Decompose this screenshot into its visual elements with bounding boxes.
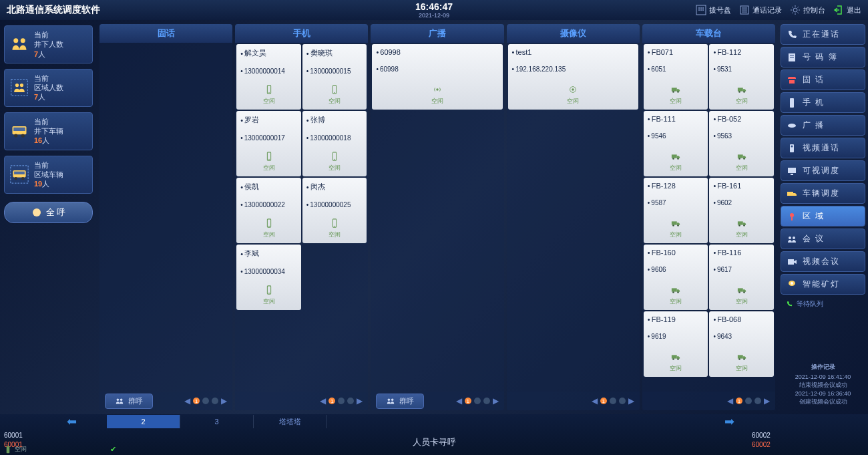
group-call-button[interactable]: 群呼 [376, 394, 424, 409]
pager-prev[interactable]: ◀ [456, 396, 462, 406]
bottom-left-card[interactable]: 60001 60001 空闲 ✔ [0, 429, 120, 455]
contact-card[interactable]: FB-1619602空闲 [709, 178, 774, 243]
stat-underground-people[interactable]: 当前井下人数7人 [4, 25, 93, 63]
contact-card[interactable]: FB-1129531空闲 [709, 44, 774, 110]
contact-card[interactable]: 樊晓琪13000000015空闲 [302, 44, 367, 110]
contact-card[interactable]: 6099860998空闲 [372, 44, 502, 110]
tab-prev-arrow[interactable]: ⬅ [67, 414, 77, 429]
svg-rect-60 [672, 221, 677, 224]
column-header: 固话 [99, 24, 232, 43]
svg-point-19 [14, 134, 17, 138]
contact-card[interactable]: 李斌13000000034空闲 [236, 245, 301, 310]
bottom-tab[interactable]: 3 [180, 415, 254, 428]
svg-point-30 [268, 92, 269, 93]
video-icon [787, 143, 797, 154]
pager-next[interactable]: ▶ [764, 396, 770, 406]
svg-point-16 [20, 84, 23, 87]
menu-phonebook[interactable]: 号 码 簿 [781, 47, 865, 67]
svg-point-5 [700, 9, 702, 11]
pager-dot[interactable] [754, 398, 761, 404]
pager-dot[interactable] [483, 398, 490, 404]
pager-dot[interactable] [338, 398, 345, 404]
svg-rect-63 [738, 221, 743, 224]
svg-rect-85 [788, 168, 796, 173]
pager-dot[interactable] [212, 398, 218, 404]
svg-point-28 [120, 399, 123, 402]
pager-prev[interactable]: ◀ [184, 396, 190, 406]
stat-underground-vehicles[interactable]: 当前井下车辆16人 [4, 112, 93, 150]
pager-prev[interactable]: ◀ [592, 396, 598, 406]
menu-video-dispatch[interactable]: 可视调度 [781, 160, 865, 181]
menu-vehicle-dispatch[interactable]: 车辆调度 [781, 183, 865, 204]
gear-icon [790, 5, 801, 15]
menu-video-call[interactable]: 视频通话 [781, 138, 865, 158]
menu-area[interactable]: 区 域 [781, 206, 865, 226]
contact-card[interactable]: FB-1289587空闲 [644, 178, 708, 243]
bottom-right-card[interactable]: 60002 60002 [748, 429, 868, 455]
columns-area: 固话群呼◀1▶手机解文昊13000000014空闲樊晓琪13000000015空… [97, 20, 778, 414]
pager: ◀1▶ [184, 396, 227, 406]
svg-rect-51 [738, 88, 743, 91]
contact-card[interactable]: FB-1199619空闲 [644, 311, 708, 377]
menu-broadcast-m[interactable]: 广 播 [781, 115, 865, 136]
group-call-button[interactable]: 群呼 [105, 394, 153, 409]
pager-dot[interactable]: 1 [193, 398, 200, 404]
bottom-tab[interactable]: 2 [107, 415, 180, 428]
contact-card[interactable]: 罗岩13000000017空闲 [236, 111, 301, 176]
pager-prev[interactable]: ◀ [320, 396, 326, 406]
contact-card[interactable]: FB0716051空闲 [644, 44, 708, 110]
truck-icon [737, 85, 746, 94]
pager-dot[interactable]: 1 [329, 398, 335, 404]
contact-card[interactable]: FB-0529563空闲 [709, 111, 774, 176]
pager-next[interactable]: ▶ [493, 396, 499, 406]
contact-card[interactable]: FB-0689643空闲 [709, 311, 774, 377]
phone-icon [264, 285, 274, 295]
bottom-tab[interactable]: 塔塔塔 [254, 415, 327, 428]
menu-video-meeting[interactable]: 视频会议 [781, 251, 865, 272]
pager-dot[interactable] [474, 398, 481, 404]
log-panel: 操作记录2021-12-09 16:41:40结束视频会议成功2021-12-0… [781, 359, 865, 410]
menu-in-call[interactable]: 正在通话 [781, 24, 865, 45]
contact-card[interactable]: 解文昊13000000014空闲 [236, 44, 301, 110]
pager-next[interactable]: ▶ [628, 396, 634, 406]
phone-icon [4, 446, 12, 454]
contact-card[interactable]: test1192.168.220.135空闲 [508, 44, 638, 110]
column-footer: ◀1▶ [507, 392, 640, 410]
menu-smart-lamp[interactable]: 智能矿灯 [781, 274, 865, 295]
pager-dot[interactable] [202, 398, 209, 404]
pager-dot[interactable]: 1 [465, 398, 471, 404]
contact-card[interactable]: 闵杰13000000025空闲 [302, 178, 367, 243]
menu-mobile-m[interactable]: 手 机 [781, 92, 865, 113]
svg-point-11 [793, 8, 797, 12]
menu-landline-m[interactable]: 固 话 [781, 69, 865, 90]
pager-dot[interactable]: 1 [600, 398, 607, 404]
contact-card[interactable]: FB-1609606空闲 [644, 245, 708, 310]
left-sidebar: 当前井下人数7人当前区域人数7人当前井下车辆16人当前区域车辆19人全 呼 [0, 20, 97, 414]
pager-prev[interactable]: ◀ [727, 396, 733, 406]
dialpad-button[interactable]: 拨号盘 [696, 5, 731, 15]
stat-area-vehicles[interactable]: 当前区域车辆19人 [4, 156, 93, 194]
column-header: 摄像仪 [507, 24, 640, 43]
stat-area-people[interactable]: 当前区域人数7人 [4, 69, 93, 107]
tab-next-arrow[interactable]: ➡ [724, 414, 734, 429]
pager-dot[interactable] [619, 398, 626, 404]
contact-card[interactable]: FB-1169617空闲 [709, 245, 774, 310]
exit-button[interactable]: 退出 [833, 5, 861, 15]
pager-dot[interactable]: 1 [736, 398, 742, 404]
pager-dot[interactable] [347, 398, 354, 404]
menu-meeting[interactable]: 会 议 [781, 229, 865, 249]
tel-icon [787, 75, 797, 86]
contact-card[interactable]: FB-1119546空闲 [644, 111, 708, 176]
all-call-button[interactable]: 全 呼 [4, 202, 93, 223]
calllog-button[interactable]: 通话记录 [739, 5, 782, 15]
pager-next[interactable]: ▶ [357, 396, 363, 406]
wait-queue[interactable]: 等待队列 [781, 297, 865, 311]
pager-next[interactable]: ▶ [221, 396, 227, 406]
svg-point-88 [790, 213, 794, 217]
people-box-icon [10, 78, 29, 97]
pager-dot[interactable] [745, 398, 752, 404]
contact-card[interactable]: 张博13000000018空闲 [302, 111, 367, 176]
pager-dot[interactable] [610, 398, 616, 404]
contact-card[interactable]: 侯凯13000000022空闲 [236, 178, 301, 243]
console-button[interactable]: 控制台 [790, 5, 825, 15]
